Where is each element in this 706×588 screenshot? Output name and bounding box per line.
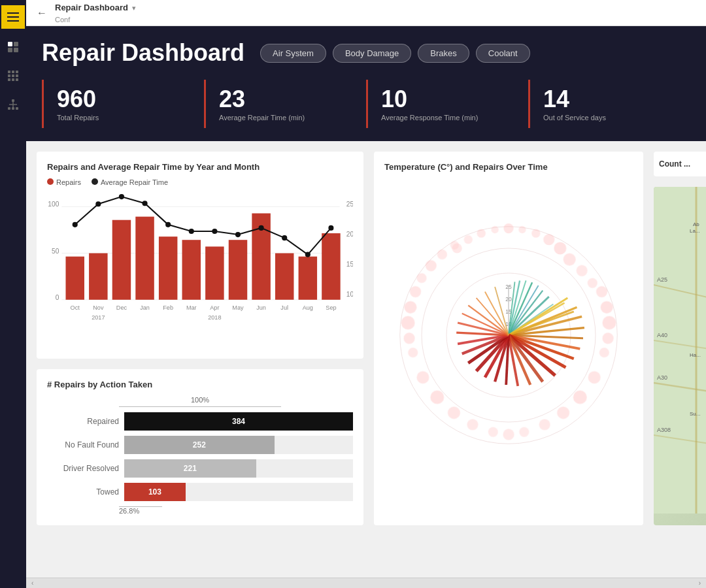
- svg-text:20: 20: [346, 231, 353, 238]
- svg-point-126: [599, 348, 609, 357]
- action-bar-wrap-driver: 221: [124, 459, 353, 478]
- bar-chart-panel: Repairs and Average Repair Time by Year …: [37, 152, 363, 359]
- svg-rect-32: [135, 216, 154, 299]
- svg-point-145: [437, 249, 447, 259]
- action-label-towed: Towed: [47, 487, 119, 497]
- svg-point-129: [557, 406, 569, 419]
- svg-point-113: [503, 223, 513, 233]
- kpi-value-1: 23: [219, 86, 340, 112]
- svg-point-46: [189, 229, 194, 234]
- svg-rect-36: [229, 240, 247, 300]
- svg-point-125: [602, 333, 613, 344]
- sidebar-icon-grid[interactable]: [3, 65, 24, 86]
- svg-point-123: [601, 301, 613, 313]
- svg-rect-10: [8, 78, 10, 81]
- tab-coolant[interactable]: Coolant: [476, 44, 530, 63]
- bottom-scrollbar[interactable]: ‹ ›: [26, 578, 706, 588]
- kpi-row: 960 Total Repairs 23 Average Repair Time…: [26, 80, 706, 141]
- svg-point-138: [408, 348, 418, 357]
- polar-chart-title: Temperature (C°) and Repairs Over Time: [384, 162, 633, 172]
- dashboard-header: Repair Dashboard Air System Body Damage …: [26, 26, 706, 80]
- tab-brakes[interactable]: Brakes: [418, 44, 469, 63]
- svg-point-143: [416, 273, 426, 283]
- kpi-value-0: 960: [57, 86, 178, 112]
- svg-text:A40: A40: [657, 332, 667, 338]
- svg-rect-12: [16, 78, 18, 81]
- tab-air-system[interactable]: Air System: [260, 44, 326, 63]
- topbar-subtitle: Conf: [55, 16, 70, 24]
- bar-chart-svg: 100 50 0 25 20 15 10: [47, 191, 353, 348]
- action-label-nofault: No Fault Found: [47, 440, 119, 449]
- polar-chart-svg: /* Generated below in JS */ 25 20 15: [384, 211, 633, 459]
- svg-point-148: [577, 265, 588, 276]
- svg-point-135: [448, 406, 460, 419]
- svg-point-43: [119, 194, 124, 199]
- svg-rect-13: [12, 99, 14, 102]
- svg-rect-5: [12, 71, 14, 73]
- charts-area: Repairs and Average Repair Time by Year …: [26, 141, 706, 536]
- sidebar-icon-hierarchy[interactable]: [3, 94, 24, 115]
- action-pct-bottom: 26.8%: [119, 507, 353, 515]
- kpi-label-3: Out of Service days: [543, 114, 664, 122]
- svg-rect-7: [8, 74, 10, 77]
- svg-point-120: [554, 242, 566, 254]
- action-bar-towed: 103: [124, 483, 186, 501]
- svg-rect-38: [275, 253, 294, 299]
- svg-point-52: [328, 225, 333, 230]
- dashboard-title: Repair Dashboard: [42, 39, 244, 67]
- back-button[interactable]: ←: [37, 7, 47, 19]
- svg-point-118: [543, 234, 554, 245]
- action-divider-top: [119, 406, 281, 407]
- topbar-title: Repair Dashboard: [55, 3, 128, 12]
- action-row-driver: Driver Resolved 221: [47, 459, 353, 478]
- svg-point-141: [404, 301, 416, 313]
- svg-rect-39: [299, 256, 317, 299]
- right-column: Temperature (C°) and Repairs Over Time: [374, 152, 643, 525]
- count-label: Count ...: [659, 159, 690, 169]
- topbar-chevron[interactable]: ▾: [132, 4, 136, 12]
- svg-text:Su...: Su...: [690, 411, 700, 417]
- polar-chart-panel: Temperature (C°) and Repairs Over Time: [374, 152, 643, 525]
- svg-point-140: [401, 316, 415, 329]
- polar-chart-container: /* Generated below in JS */ 25 20 15: [384, 178, 633, 492]
- svg-point-149: [588, 278, 597, 287]
- sidebar-icon-dashboard[interactable]: [3, 37, 24, 57]
- svg-point-131: [519, 427, 529, 436]
- svg-point-144: [426, 260, 437, 271]
- kpi-value-2: 10: [381, 86, 502, 112]
- svg-text:10: 10: [346, 290, 353, 297]
- map-panel: A25 A30 A308 Ab La... Ha... Su... A40: [654, 187, 706, 525]
- tab-body-damage[interactable]: Body Damage: [333, 44, 411, 63]
- hamburger-menu[interactable]: [1, 5, 25, 29]
- svg-rect-40: [322, 233, 340, 300]
- action-bar-wrap-repaired: 384: [124, 412, 353, 431]
- svg-point-115: [491, 225, 498, 233]
- svg-point-147: [563, 253, 576, 265]
- topbar: ← Repair Dashboard ▾ Conf: [26, 0, 706, 26]
- svg-point-139: [403, 333, 414, 344]
- svg-point-133: [488, 427, 498, 436]
- legend-repairs: Repairs: [47, 178, 81, 186]
- action-bar-wrap-towed: 103: [124, 483, 353, 501]
- svg-rect-2: [8, 48, 12, 52]
- svg-rect-9: [16, 74, 18, 77]
- svg-rect-31: [112, 220, 131, 299]
- svg-text:2017: 2017: [92, 314, 105, 321]
- action-pct-top: 100%: [47, 396, 353, 404]
- svg-text:A25: A25: [657, 276, 667, 283]
- svg-rect-11: [12, 78, 14, 81]
- svg-rect-16: [16, 107, 18, 110]
- action-row-repaired: Repaired 384: [47, 412, 353, 431]
- bar-chart: 100 50 0 25 20 15 10: [47, 191, 353, 348]
- dashboard-area: Repair Dashboard Air System Body Damage …: [26, 26, 706, 578]
- scroll-left-arrow[interactable]: ‹: [31, 580, 33, 587]
- svg-rect-4: [8, 71, 10, 73]
- svg-point-136: [430, 390, 444, 404]
- action-chart: 100% Repaired 384 No Fault Found: [47, 396, 353, 515]
- scroll-right-arrow[interactable]: ›: [699, 580, 701, 587]
- kpi-total-repairs: 960 Total Repairs: [42, 80, 191, 128]
- svg-point-49: [259, 225, 264, 230]
- svg-rect-15: [12, 107, 14, 110]
- svg-point-116: [531, 229, 540, 237]
- svg-line-108: [462, 313, 509, 335]
